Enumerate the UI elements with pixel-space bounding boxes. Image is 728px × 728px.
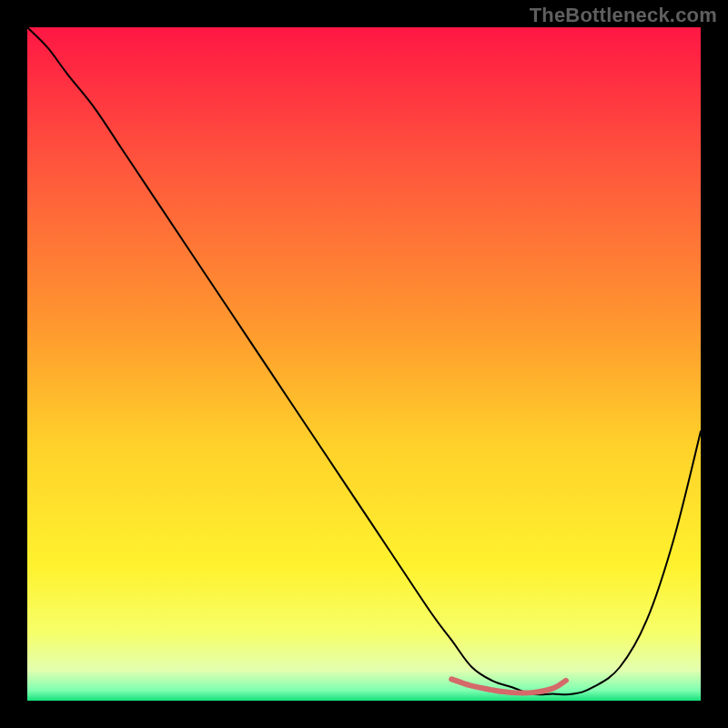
chart-frame: TheBottleneck.com <box>0 0 728 728</box>
chart-background <box>27 27 701 701</box>
watermark-text: TheBottleneck.com <box>530 4 717 27</box>
chart-plot-area <box>27 27 701 701</box>
